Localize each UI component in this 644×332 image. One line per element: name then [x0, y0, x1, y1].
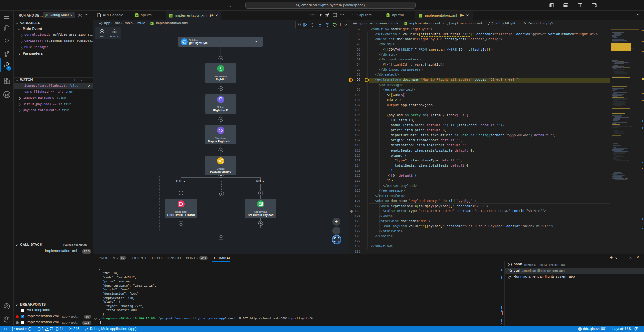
svg-text:var: var — [219, 69, 222, 71]
